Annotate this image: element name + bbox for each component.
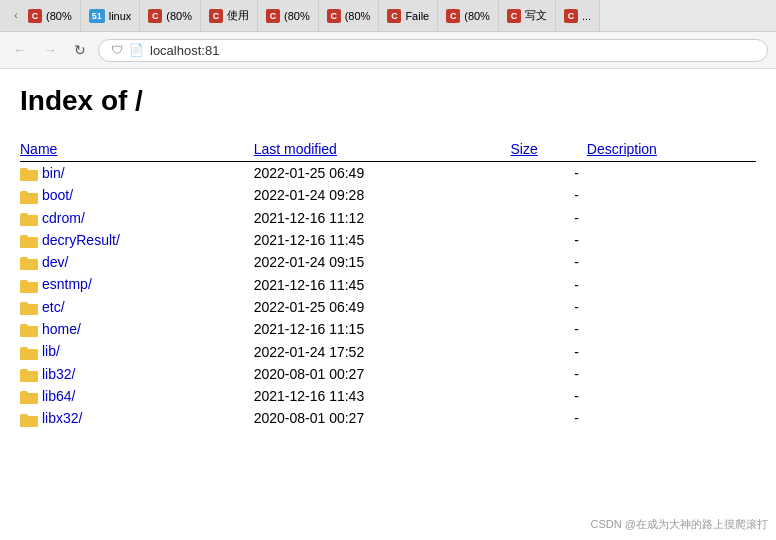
col-header-modified[interactable]: Last modified <box>254 137 511 162</box>
tab-9[interactable]: C 写文 <box>499 0 556 31</box>
entry-desc <box>587 407 756 429</box>
tab-2[interactable]: 51 linux <box>81 0 141 31</box>
table-row: lib32/2020-08-01 00:27- <box>20 363 756 385</box>
entry-date: 2022-01-24 09:28 <box>254 184 511 206</box>
tab-icon-6: C <box>327 9 341 23</box>
folder-icon <box>20 212 38 226</box>
tab-label-6: (80% <box>345 10 371 22</box>
table-row: esntmp/2021-12-16 11:45- <box>20 273 756 295</box>
entry-desc <box>587 296 756 318</box>
folder-icon <box>20 390 38 404</box>
address-text: localhost:81 <box>150 43 219 58</box>
tab-5[interactable]: C (80% <box>258 0 319 31</box>
table-row: lib64/2021-12-16 11:43- <box>20 385 756 407</box>
folder-icon <box>20 256 38 270</box>
entry-date: 2022-01-24 09:15 <box>254 251 511 273</box>
entry-link[interactable]: libx32/ <box>42 410 82 426</box>
tab-10[interactable]: C ... <box>556 0 600 31</box>
entry-name: esntmp/ <box>20 273 254 295</box>
folder-icon <box>20 346 38 360</box>
entry-name: libx32/ <box>20 407 254 429</box>
entry-link[interactable]: dev/ <box>42 254 68 270</box>
entry-date: 2022-01-25 06:49 <box>254 296 511 318</box>
entry-desc <box>587 273 756 295</box>
entry-date: 2022-01-24 17:52 <box>254 340 511 362</box>
entry-name: lib64/ <box>20 385 254 407</box>
tab-label-7: Faile <box>405 10 429 22</box>
entry-name: cdrom/ <box>20 207 254 229</box>
table-row: libx32/2020-08-01 00:27- <box>20 407 756 429</box>
folder-icon <box>20 323 38 337</box>
tab-icon-3: C <box>148 9 162 23</box>
entry-name: decryResult/ <box>20 229 254 251</box>
tab-6[interactable]: C (80% <box>319 0 380 31</box>
entry-desc <box>587 340 756 362</box>
tab-1[interactable]: ‹ C (80% <box>0 0 81 31</box>
reload-button[interactable]: ↻ <box>68 38 92 62</box>
col-header-name[interactable]: Name <box>20 137 254 162</box>
page-icon: 📄 <box>129 43 144 57</box>
entry-link[interactable]: bin/ <box>42 165 65 181</box>
entry-name: etc/ <box>20 296 254 318</box>
entry-name: dev/ <box>20 251 254 273</box>
entry-link[interactable]: decryResult/ <box>42 232 120 248</box>
entry-desc <box>587 162 756 185</box>
folder-icon <box>20 368 38 382</box>
tab-7[interactable]: C Faile <box>379 0 438 31</box>
tab-label-9: 写文 <box>525 8 547 23</box>
entry-desc <box>587 207 756 229</box>
folder-icon <box>20 413 38 427</box>
tab-icon-9: C <box>507 9 521 23</box>
entry-date: 2021-12-16 11:45 <box>254 229 511 251</box>
entry-size: - <box>511 407 587 429</box>
entry-size: - <box>511 363 587 385</box>
tab-icon-1: C <box>28 9 42 23</box>
entry-desc <box>587 251 756 273</box>
table-row: decryResult/2021-12-16 11:45- <box>20 229 756 251</box>
address-bar[interactable]: 🛡 📄 localhost:81 <box>98 39 768 62</box>
entry-link[interactable]: esntmp/ <box>42 276 92 292</box>
entry-name: bin/ <box>20 162 254 185</box>
entry-link[interactable]: boot/ <box>42 187 73 203</box>
table-row: dev/2022-01-24 09:15- <box>20 251 756 273</box>
tab-label-4: 使用 <box>227 8 249 23</box>
col-header-size[interactable]: Size <box>511 137 587 162</box>
entry-size: - <box>511 162 587 185</box>
folder-icon <box>20 167 38 181</box>
folder-icon <box>20 301 38 315</box>
entry-link[interactable]: lib32/ <box>42 366 75 382</box>
entry-link[interactable]: cdrom/ <box>42 210 85 226</box>
entry-link[interactable]: lib/ <box>42 343 60 359</box>
entry-size: - <box>511 340 587 362</box>
tab-3[interactable]: C (80% <box>140 0 201 31</box>
entry-link[interactable]: lib64/ <box>42 388 75 404</box>
entry-date: 2020-08-01 00:27 <box>254 407 511 429</box>
forward-button[interactable]: → <box>38 38 62 62</box>
col-header-description[interactable]: Description <box>587 137 756 162</box>
entry-date: 2021-12-16 11:43 <box>254 385 511 407</box>
entry-date: 2021-12-16 11:12 <box>254 207 511 229</box>
entry-link[interactable]: home/ <box>42 321 81 337</box>
tab-8[interactable]: C (80% <box>438 0 499 31</box>
folder-icon <box>20 190 38 204</box>
browser-tabs: ‹ C (80% 51 linux C (80% C 使用 C (80% C (… <box>0 0 776 32</box>
tab-label-8: (80% <box>464 10 490 22</box>
entry-name: boot/ <box>20 184 254 206</box>
table-row: home/2021-12-16 11:15- <box>20 318 756 340</box>
entry-date: 2021-12-16 11:45 <box>254 273 511 295</box>
table-row: cdrom/2021-12-16 11:12- <box>20 207 756 229</box>
tab-label-2: linux <box>109 10 132 22</box>
entry-link[interactable]: etc/ <box>42 299 65 315</box>
entry-desc <box>587 363 756 385</box>
shield-icon: 🛡 <box>111 43 123 57</box>
tab-icon-2: 51 <box>89 9 105 23</box>
back-button[interactable]: ← <box>8 38 32 62</box>
directory-table: Name Last modified Size Description bin/… <box>20 137 756 430</box>
entry-size: - <box>511 229 587 251</box>
entry-size: - <box>511 296 587 318</box>
tab-label-5: (80% <box>284 10 310 22</box>
browser-toolbar: ← → ↻ 🛡 📄 localhost:81 <box>0 32 776 69</box>
tab-icon-10: C <box>564 9 578 23</box>
entry-desc <box>587 184 756 206</box>
tab-4[interactable]: C 使用 <box>201 0 258 31</box>
